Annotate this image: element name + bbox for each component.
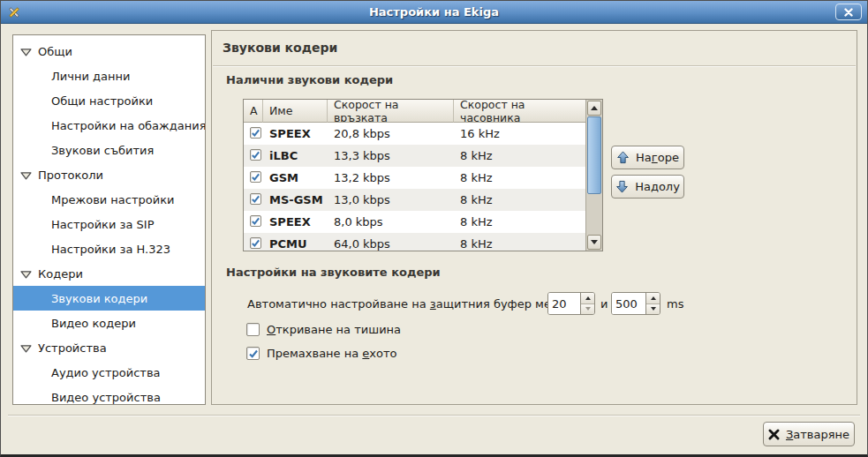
- jitter-min-spinbox: [547, 292, 595, 315]
- arrow-up-icon: [616, 151, 630, 164]
- sidebar-item-video-devices[interactable]: Видео устройства: [13, 385, 205, 405]
- sidebar-item-call-options[interactable]: Настройки на обажданията: [13, 113, 205, 138]
- spin-up-button[interactable]: [581, 293, 594, 303]
- close-button-label: Затваряне: [786, 428, 849, 441]
- codec-name: SPEEX: [263, 127, 328, 140]
- table-row[interactable]: iLBC 13,3 kbps 8 kHz: [244, 145, 585, 167]
- triangle-down-icon: [651, 307, 656, 311]
- sidebar-section-codecs[interactable]: Кодери: [13, 261, 205, 286]
- scroll-up-button[interactable]: [587, 101, 601, 116]
- spin-down-button[interactable]: [581, 303, 594, 315]
- table-row[interactable]: PCMU 64,0 kbps 8 kHz: [244, 233, 585, 251]
- jitter-max-input[interactable]: [612, 293, 645, 314]
- section-label: Протоколи: [38, 169, 103, 182]
- scrollbar-thumb[interactable]: [587, 116, 601, 194]
- codec-enabled-checkbox[interactable]: [250, 237, 261, 249]
- close-dialog-button[interactable]: Затваряне: [763, 422, 855, 446]
- silence-detection-checkbox[interactable]: [246, 323, 260, 336]
- item-label: Видео устройства: [51, 391, 161, 404]
- echo-cancellation-checkbox[interactable]: [246, 347, 260, 360]
- sidebar-item-sound-events[interactable]: Звукови събития: [13, 138, 205, 162]
- label-part: оре: [658, 151, 679, 164]
- column-header-clock-rate[interactable]: Скорост на часовника: [454, 100, 585, 123]
- codec-clock-rate: 8 kHz: [454, 237, 585, 251]
- codec-enabled-checkbox[interactable]: [250, 127, 261, 139]
- codec-table-header: A Име Скорост на връзката Скорост на час…: [244, 100, 585, 123]
- sidebar-item-h323-settings[interactable]: Настройки за H.323: [13, 236, 205, 261]
- sidebar-item-audio-devices[interactable]: Аудио устройства: [13, 360, 205, 385]
- expander-icon[interactable]: [20, 169, 32, 181]
- codec-enabled-checkbox[interactable]: [250, 171, 261, 183]
- preferences-nav-tree: Общи Лични данни Общи настройки Настройк…: [12, 34, 206, 405]
- move-up-button[interactable]: Нагоре: [611, 146, 684, 169]
- column-header-active[interactable]: A: [244, 100, 263, 123]
- item-label: Мрежови настройки: [51, 193, 175, 206]
- codec-clock-rate: 16 kHz: [454, 127, 585, 140]
- column-header-bitrate[interactable]: Скорост на връзката: [328, 100, 454, 123]
- triangle-up-icon: [651, 296, 656, 300]
- jitter-max-spinbox: [611, 292, 660, 315]
- sidebar-item-network-settings[interactable]: Мрежови настройки: [13, 187, 205, 212]
- check-icon: [251, 150, 260, 160]
- label-mnemonic: О: [267, 323, 275, 336]
- expander-icon[interactable]: [20, 342, 32, 354]
- move-up-label: Нагоре: [636, 151, 679, 164]
- item-label: Общи настройки: [51, 94, 153, 108]
- codec-table-body: SPEEX 20,8 kbps 16 kHz iLBC 13,3 kbps 8 …: [244, 123, 585, 251]
- sidebar-section-protocols[interactable]: Протоколи: [13, 162, 205, 187]
- triangle-up-icon: [591, 106, 598, 110]
- close-icon: [844, 8, 853, 17]
- scroll-down-button[interactable]: [587, 235, 601, 250]
- sidebar-item-audio-codecs[interactable]: Звукови кодери: [13, 286, 205, 311]
- expander-icon[interactable]: [20, 46, 32, 57]
- item-label: Видео кодери: [51, 317, 136, 330]
- check-icon: [251, 238, 260, 248]
- codec-clock-rate: 8 kHz: [454, 171, 585, 184]
- item-label: Настройки на обажданията: [51, 119, 206, 132]
- triangle-down-icon: [585, 307, 591, 311]
- codec-settings-section-title: Настройки на звуковите кодери: [226, 266, 441, 279]
- table-row[interactable]: GSM 13,2 kbps 8 kHz: [244, 167, 585, 189]
- echo-cancellation-option[interactable]: Премахване на ехото: [246, 347, 397, 360]
- sidebar-section-general[interactable]: Общи: [13, 39, 205, 64]
- window-close-button[interactable]: [835, 4, 862, 20]
- sidebar-item-general-settings[interactable]: Общи настройки: [13, 88, 205, 113]
- sidebar-item-sip-settings[interactable]: Настройки за SIP: [13, 212, 205, 236]
- footer-separator: [8, 415, 860, 416]
- item-label: Лични данни: [51, 70, 130, 83]
- window-title: Настройки на Ekiga: [1, 5, 867, 19]
- table-row[interactable]: SPEEX 8,0 kbps 8 kHz: [244, 211, 585, 233]
- codec-enabled-checkbox[interactable]: [250, 149, 261, 161]
- close-x-icon: [768, 429, 780, 440]
- sidebar-item-video-codecs[interactable]: Видео кодери: [13, 311, 205, 335]
- spin-up-button[interactable]: [646, 293, 660, 303]
- codec-enabled-checkbox[interactable]: [250, 193, 261, 205]
- move-down-button[interactable]: Надолу: [611, 175, 684, 199]
- spin-down-button[interactable]: [646, 303, 660, 315]
- expander-icon[interactable]: [20, 268, 32, 280]
- codec-bitrate: 13,0 kbps: [328, 193, 454, 206]
- table-row[interactable]: SPEEX 20,8 kbps 16 kHz: [244, 123, 585, 145]
- codec-enabled-checkbox[interactable]: [250, 215, 261, 227]
- codec-name: SPEEX: [263, 215, 328, 228]
- item-label: Аудио устройства: [51, 366, 161, 379]
- title-separator: [213, 65, 856, 67]
- section-label: Устройства: [38, 341, 107, 355]
- ms-unit-label: ms: [667, 297, 683, 311]
- titlebar[interactable]: Настройки на Ekiga: [1, 1, 867, 24]
- jitter-buffer-label: Автоматично настройване на защитния буфе…: [247, 297, 576, 311]
- check-icon: [251, 194, 260, 204]
- label-part: На: [635, 180, 651, 193]
- table-row[interactable]: MS-GSM 13,0 kbps 8 kHz: [244, 189, 585, 211]
- codec-bitrate: 8,0 kbps: [328, 215, 454, 228]
- silence-detection-option[interactable]: Откриване на тишина: [246, 323, 401, 336]
- sidebar-item-personal-data[interactable]: Лични данни: [13, 64, 205, 88]
- column-header-name[interactable]: Име: [263, 100, 328, 123]
- jitter-min-input[interactable]: [548, 293, 580, 314]
- table-scrollbar[interactable]: [585, 100, 602, 251]
- sidebar-section-devices[interactable]: Устройства: [13, 335, 205, 360]
- audio-codecs-panel: Звукови кодери Налични звукови кодери A …: [211, 30, 857, 405]
- label-part: атваряне: [793, 428, 849, 441]
- codec-clock-rate: 8 kHz: [454, 149, 585, 162]
- label-part: Автоматично настройване на: [247, 297, 430, 311]
